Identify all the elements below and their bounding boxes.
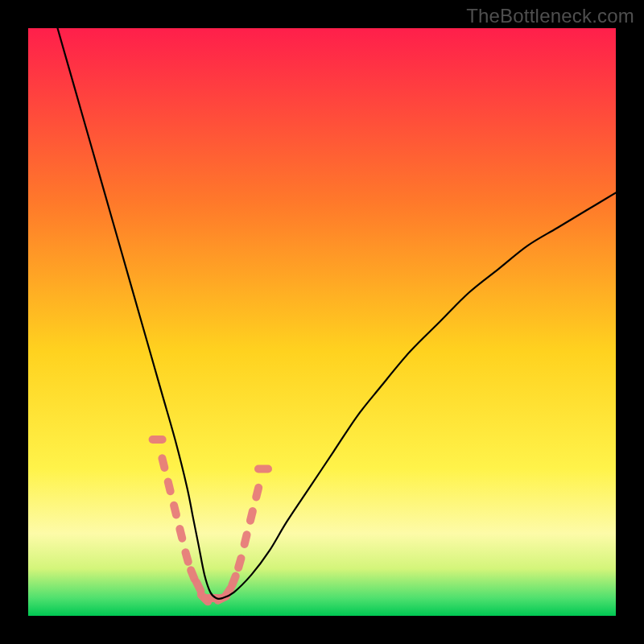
bottleneck-chart	[28, 28, 616, 616]
highlight-marker	[254, 465, 272, 473]
plot-area	[28, 28, 616, 616]
highlight-marker	[149, 436, 167, 444]
chart-frame: TheBottleneck.com	[0, 0, 644, 644]
watermark-text: TheBottleneck.com	[466, 5, 634, 27]
gradient-background	[28, 28, 616, 616]
